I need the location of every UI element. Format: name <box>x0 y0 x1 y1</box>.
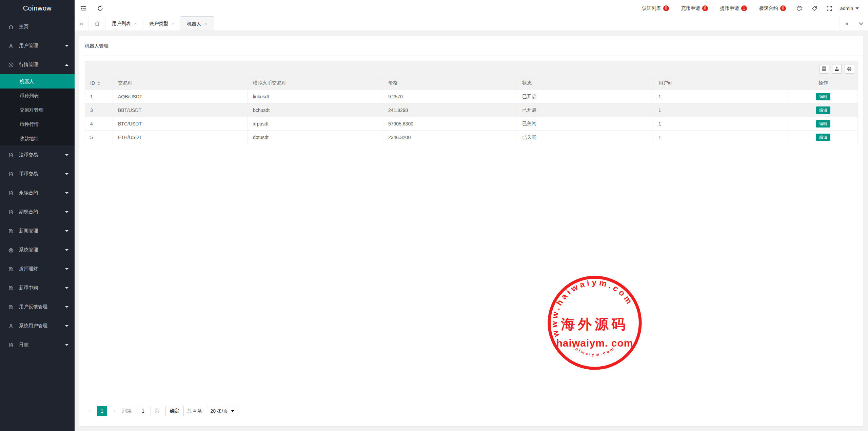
sidebar-item-new-coin[interactable]: 新币申购 <box>0 278 75 297</box>
export-button[interactable] <box>832 64 842 74</box>
sidebar-item-coin-quotes[interactable]: 币种行情 <box>0 117 75 131</box>
sidebar-item-options[interactable]: 期权合约 <box>0 202 75 221</box>
close-icon[interactable]: × <box>134 21 137 26</box>
admin-username: admin <box>840 6 853 11</box>
sidebar-item-user-mgmt[interactable]: 用户管理 <box>0 36 75 55</box>
sidebar-item-pledge[interactable]: 质押理财 <box>0 259 75 278</box>
tab-robot[interactable]: 机器人 × <box>181 17 214 31</box>
tabs-menu-toggle[interactable] <box>854 17 868 31</box>
theme-palette-icon[interactable] <box>792 0 807 17</box>
admin-menu[interactable]: admin <box>837 0 863 17</box>
confirm-page-button[interactable]: 确定 <box>165 406 184 416</box>
cell-status: 已开启 <box>517 90 653 103</box>
sidebar-item-news[interactable]: 新闻管理 <box>0 221 75 240</box>
fullscreen-icon[interactable] <box>822 0 837 17</box>
sidebar-item-fiat-trade[interactable]: 法币交易 <box>0 145 75 164</box>
cell-status: 已开启 <box>517 103 653 117</box>
sidebar-item-coin-trade[interactable]: 币币交易 <box>0 164 75 183</box>
sidebar-item-receive-address[interactable]: 收款地址 <box>0 131 75 145</box>
refresh-icon[interactable] <box>92 0 108 17</box>
sidebar-item-system[interactable]: 系统管理 <box>0 240 75 259</box>
sidebar-item-feedback[interactable]: 用户反馈管理 <box>0 297 75 316</box>
sidebar-item-logs[interactable]: 日志 <box>0 335 75 354</box>
sidebar-item-home[interactable]: 主页 <box>0 17 75 36</box>
col-actions: 操作 <box>789 76 858 90</box>
sidebar: Coinwow 主页 用户管理 行情管理 机器人 币种列表 交易对管理 <box>0 0 75 431</box>
tab-account-type[interactable]: 账户类型 × <box>143 17 181 31</box>
goto-label: 到第 <box>122 408 132 414</box>
market-submenu: 机器人 币种列表 交易对管理 币种行情 收款地址 <box>0 74 75 145</box>
sidebar-item-perpetual[interactable]: 永续合约 <box>0 183 75 202</box>
edit-button[interactable]: 编辑 <box>816 93 830 100</box>
prev-page-button[interactable]: ‹ <box>85 406 95 416</box>
content-area: 机器人管理 <box>75 31 868 431</box>
badge-count: 0 <box>663 5 669 11</box>
sort-icon[interactable] <box>97 81 100 85</box>
nav-fast-contract[interactable]: 极速合约 0 <box>753 0 792 17</box>
chevron-down-icon <box>65 154 68 156</box>
page-size-select[interactable]: 20 条/页 <box>207 406 237 416</box>
tab-bar: « 用户列表 × 账户类型 × 机器人 × » <box>75 17 868 31</box>
edit-button[interactable]: 编辑 <box>816 134 830 141</box>
chevron-down-icon <box>65 287 68 289</box>
home-icon <box>94 21 100 26</box>
nav-deposit-requests[interactable]: 充币申请 0 <box>675 0 714 17</box>
chevron-down-icon <box>65 306 68 308</box>
cell-price: 9.2570 <box>383 90 517 103</box>
tabs-scroll-left[interactable]: « <box>75 17 89 31</box>
sidebar-item-label: 新币申购 <box>19 285 38 291</box>
top-header: 认证列表 0 充币申请 0 提币申请 1 极速合约 0 <box>75 0 868 17</box>
cell-id: 4 <box>85 117 113 131</box>
cell-sim: bchusdt <box>248 103 383 117</box>
sidebar-item-robot[interactable]: 机器人 <box>0 74 75 89</box>
tab-user-list[interactable]: 用户列表 × <box>106 17 143 31</box>
table-row: 3 BBT/USDT bchusdt 241.9298 已开启 1 编辑 <box>85 103 858 117</box>
print-button[interactable] <box>845 64 854 74</box>
home-icon <box>7 23 14 30</box>
news-icon <box>7 266 14 272</box>
close-icon[interactable]: × <box>204 21 207 26</box>
home-tab[interactable] <box>89 17 106 31</box>
col-pair: 交易对 <box>113 76 248 90</box>
sidebar-item-label: 用户反馈管理 <box>19 304 47 310</box>
current-page[interactable]: 1 <box>97 406 107 416</box>
page-number-input[interactable] <box>136 406 151 416</box>
next-page-button[interactable]: › <box>109 406 119 416</box>
sidebar-item-label: 用户管理 <box>19 43 38 49</box>
document-icon <box>7 190 14 196</box>
nav-withdraw-requests[interactable]: 提币申请 1 <box>714 0 753 17</box>
robot-management-card: 机器人管理 <box>79 36 863 426</box>
chevron-down-icon <box>859 21 863 25</box>
cell-sim: xrpusdt <box>248 117 383 131</box>
sidebar-item-market-mgmt[interactable]: 行情管理 <box>0 55 75 74</box>
sidebar-item-label: 法币交易 <box>19 152 38 158</box>
edit-button[interactable]: 编辑 <box>816 120 830 128</box>
sidebar-item-label: 币币交易 <box>19 171 38 177</box>
nav-label: 认证列表 <box>642 5 661 12</box>
collapse-sidebar-icon[interactable] <box>75 0 92 17</box>
document-icon <box>7 152 14 158</box>
sidebar-item-system-users[interactable]: 系统用户管理 <box>0 316 75 335</box>
cell-pair: AQB/USDT <box>113 90 248 103</box>
news-icon <box>7 228 14 234</box>
filter-columns-button[interactable] <box>820 64 829 74</box>
cell-uid: 1 <box>653 131 789 144</box>
sidebar-item-pair-mgmt[interactable]: 交易对管理 <box>0 103 75 117</box>
col-id[interactable]: ID <box>85 76 113 90</box>
dollar-circle-icon <box>7 61 14 68</box>
sidebar-item-coin-list[interactable]: 币种列表 <box>0 89 75 103</box>
chevron-down-icon <box>65 344 68 346</box>
badge-count: 0 <box>780 5 786 11</box>
nav-label: 极速合约 <box>759 5 778 12</box>
cell-sim: linkusdt <box>248 90 383 103</box>
cell-pair: BTC/USDT <box>113 117 248 131</box>
tabs-scroll-right[interactable]: » <box>840 17 854 31</box>
edit-button[interactable]: 编辑 <box>816 106 830 114</box>
table-row: 5 ETH/USDT dotusdt 2346.3200 已关闭 1 编辑 <box>85 131 858 144</box>
nav-auth-list[interactable]: 认证列表 0 <box>636 0 675 17</box>
tag-icon[interactable] <box>807 0 822 17</box>
chevron-down-icon <box>65 249 68 251</box>
cell-pair: BBT/USDT <box>113 103 248 117</box>
col-status: 状态 <box>517 76 653 90</box>
close-icon[interactable]: × <box>172 21 175 26</box>
